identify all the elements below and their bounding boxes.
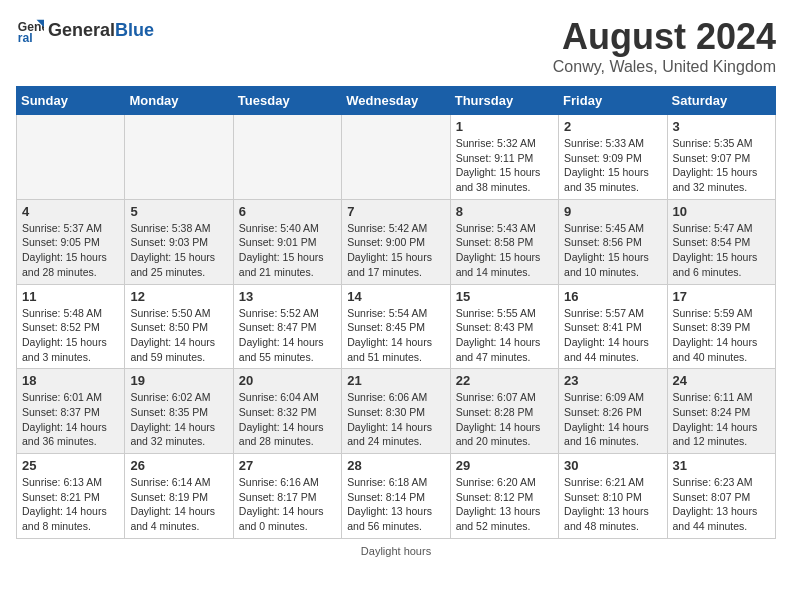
day-info: Sunrise: 6:06 AM Sunset: 8:30 PM Dayligh…	[347, 390, 444, 449]
calendar-cell: 17Sunrise: 5:59 AM Sunset: 8:39 PM Dayli…	[667, 284, 775, 369]
calendar-cell: 27Sunrise: 6:16 AM Sunset: 8:17 PM Dayli…	[233, 454, 341, 539]
day-number: 9	[564, 204, 661, 219]
day-info: Sunrise: 5:43 AM Sunset: 8:58 PM Dayligh…	[456, 221, 553, 280]
day-info: Sunrise: 6:16 AM Sunset: 8:17 PM Dayligh…	[239, 475, 336, 534]
calendar-cell: 2Sunrise: 5:33 AM Sunset: 9:09 PM Daylig…	[559, 115, 667, 200]
day-number: 10	[673, 204, 770, 219]
svg-text:ral: ral	[18, 31, 33, 44]
day-info: Sunrise: 5:57 AM Sunset: 8:41 PM Dayligh…	[564, 306, 661, 365]
day-number: 24	[673, 373, 770, 388]
day-number: 3	[673, 119, 770, 134]
calendar-cell: 30Sunrise: 6:21 AM Sunset: 8:10 PM Dayli…	[559, 454, 667, 539]
column-header-tuesday: Tuesday	[233, 87, 341, 115]
day-info: Sunrise: 6:13 AM Sunset: 8:21 PM Dayligh…	[22, 475, 119, 534]
calendar-cell: 18Sunrise: 6:01 AM Sunset: 8:37 PM Dayli…	[17, 369, 125, 454]
calendar-week-1: 1Sunrise: 5:32 AM Sunset: 9:11 PM Daylig…	[17, 115, 776, 200]
column-header-monday: Monday	[125, 87, 233, 115]
day-info: Sunrise: 5:50 AM Sunset: 8:50 PM Dayligh…	[130, 306, 227, 365]
calendar-cell: 6Sunrise: 5:40 AM Sunset: 9:01 PM Daylig…	[233, 199, 341, 284]
column-header-wednesday: Wednesday	[342, 87, 450, 115]
header-row: SundayMondayTuesdayWednesdayThursdayFrid…	[17, 87, 776, 115]
calendar-cell: 28Sunrise: 6:18 AM Sunset: 8:14 PM Dayli…	[342, 454, 450, 539]
day-number: 6	[239, 204, 336, 219]
day-info: Sunrise: 6:01 AM Sunset: 8:37 PM Dayligh…	[22, 390, 119, 449]
day-number: 12	[130, 289, 227, 304]
day-number: 29	[456, 458, 553, 473]
day-number: 1	[456, 119, 553, 134]
day-number: 28	[347, 458, 444, 473]
day-info: Sunrise: 6:11 AM Sunset: 8:24 PM Dayligh…	[673, 390, 770, 449]
calendar-week-4: 18Sunrise: 6:01 AM Sunset: 8:37 PM Dayli…	[17, 369, 776, 454]
calendar-cell	[233, 115, 341, 200]
calendar-cell: 31Sunrise: 6:23 AM Sunset: 8:07 PM Dayli…	[667, 454, 775, 539]
calendar-cell	[17, 115, 125, 200]
day-number: 31	[673, 458, 770, 473]
day-number: 5	[130, 204, 227, 219]
title-area: August 2024 Conwy, Wales, United Kingdom	[553, 16, 776, 76]
day-info: Sunrise: 6:18 AM Sunset: 8:14 PM Dayligh…	[347, 475, 444, 534]
day-info: Sunrise: 6:07 AM Sunset: 8:28 PM Dayligh…	[456, 390, 553, 449]
day-number: 18	[22, 373, 119, 388]
day-number: 8	[456, 204, 553, 219]
day-info: Sunrise: 6:21 AM Sunset: 8:10 PM Dayligh…	[564, 475, 661, 534]
day-number: 17	[673, 289, 770, 304]
day-number: 15	[456, 289, 553, 304]
logo-blue-text: Blue	[115, 20, 154, 40]
calendar-cell: 11Sunrise: 5:48 AM Sunset: 8:52 PM Dayli…	[17, 284, 125, 369]
calendar-week-3: 11Sunrise: 5:48 AM Sunset: 8:52 PM Dayli…	[17, 284, 776, 369]
logo: Gene ral GeneralBlue	[16, 16, 154, 44]
day-number: 4	[22, 204, 119, 219]
logo-icon: Gene ral	[16, 16, 44, 44]
day-number: 21	[347, 373, 444, 388]
calendar-cell: 23Sunrise: 6:09 AM Sunset: 8:26 PM Dayli…	[559, 369, 667, 454]
calendar-cell: 10Sunrise: 5:47 AM Sunset: 8:54 PM Dayli…	[667, 199, 775, 284]
month-title: August 2024	[553, 16, 776, 58]
calendar-cell: 16Sunrise: 5:57 AM Sunset: 8:41 PM Dayli…	[559, 284, 667, 369]
calendar-cell: 24Sunrise: 6:11 AM Sunset: 8:24 PM Dayli…	[667, 369, 775, 454]
day-info: Sunrise: 6:02 AM Sunset: 8:35 PM Dayligh…	[130, 390, 227, 449]
day-info: Sunrise: 5:40 AM Sunset: 9:01 PM Dayligh…	[239, 221, 336, 280]
calendar-cell: 8Sunrise: 5:43 AM Sunset: 8:58 PM Daylig…	[450, 199, 558, 284]
day-number: 25	[22, 458, 119, 473]
calendar-cell	[125, 115, 233, 200]
footer-note: Daylight hours	[16, 545, 776, 557]
day-number: 2	[564, 119, 661, 134]
calendar-week-2: 4Sunrise: 5:37 AM Sunset: 9:05 PM Daylig…	[17, 199, 776, 284]
day-info: Sunrise: 5:54 AM Sunset: 8:45 PM Dayligh…	[347, 306, 444, 365]
calendar-cell: 29Sunrise: 6:20 AM Sunset: 8:12 PM Dayli…	[450, 454, 558, 539]
day-info: Sunrise: 5:45 AM Sunset: 8:56 PM Dayligh…	[564, 221, 661, 280]
day-number: 14	[347, 289, 444, 304]
column-header-sunday: Sunday	[17, 87, 125, 115]
calendar-cell: 22Sunrise: 6:07 AM Sunset: 8:28 PM Dayli…	[450, 369, 558, 454]
logo-general-text: General	[48, 20, 115, 40]
calendar-cell: 1Sunrise: 5:32 AM Sunset: 9:11 PM Daylig…	[450, 115, 558, 200]
calendar-cell: 9Sunrise: 5:45 AM Sunset: 8:56 PM Daylig…	[559, 199, 667, 284]
day-number: 7	[347, 204, 444, 219]
day-info: Sunrise: 6:04 AM Sunset: 8:32 PM Dayligh…	[239, 390, 336, 449]
day-number: 13	[239, 289, 336, 304]
day-info: Sunrise: 5:37 AM Sunset: 9:05 PM Dayligh…	[22, 221, 119, 280]
calendar-cell: 21Sunrise: 6:06 AM Sunset: 8:30 PM Dayli…	[342, 369, 450, 454]
day-info: Sunrise: 6:23 AM Sunset: 8:07 PM Dayligh…	[673, 475, 770, 534]
calendar-cell: 20Sunrise: 6:04 AM Sunset: 8:32 PM Dayli…	[233, 369, 341, 454]
column-header-thursday: Thursday	[450, 87, 558, 115]
calendar-cell: 19Sunrise: 6:02 AM Sunset: 8:35 PM Dayli…	[125, 369, 233, 454]
day-info: Sunrise: 6:14 AM Sunset: 8:19 PM Dayligh…	[130, 475, 227, 534]
calendar-cell	[342, 115, 450, 200]
calendar-cell: 25Sunrise: 6:13 AM Sunset: 8:21 PM Dayli…	[17, 454, 125, 539]
day-info: Sunrise: 5:59 AM Sunset: 8:39 PM Dayligh…	[673, 306, 770, 365]
day-info: Sunrise: 5:35 AM Sunset: 9:07 PM Dayligh…	[673, 136, 770, 195]
day-number: 16	[564, 289, 661, 304]
day-info: Sunrise: 5:48 AM Sunset: 8:52 PM Dayligh…	[22, 306, 119, 365]
column-header-friday: Friday	[559, 87, 667, 115]
day-info: Sunrise: 6:20 AM Sunset: 8:12 PM Dayligh…	[456, 475, 553, 534]
header: Gene ral GeneralBlue August 2024 Conwy, …	[16, 16, 776, 76]
column-header-saturday: Saturday	[667, 87, 775, 115]
day-number: 22	[456, 373, 553, 388]
day-number: 20	[239, 373, 336, 388]
day-info: Sunrise: 5:42 AM Sunset: 9:00 PM Dayligh…	[347, 221, 444, 280]
day-number: 23	[564, 373, 661, 388]
calendar-table: SundayMondayTuesdayWednesdayThursdayFrid…	[16, 86, 776, 539]
day-info: Sunrise: 5:52 AM Sunset: 8:47 PM Dayligh…	[239, 306, 336, 365]
day-number: 26	[130, 458, 227, 473]
